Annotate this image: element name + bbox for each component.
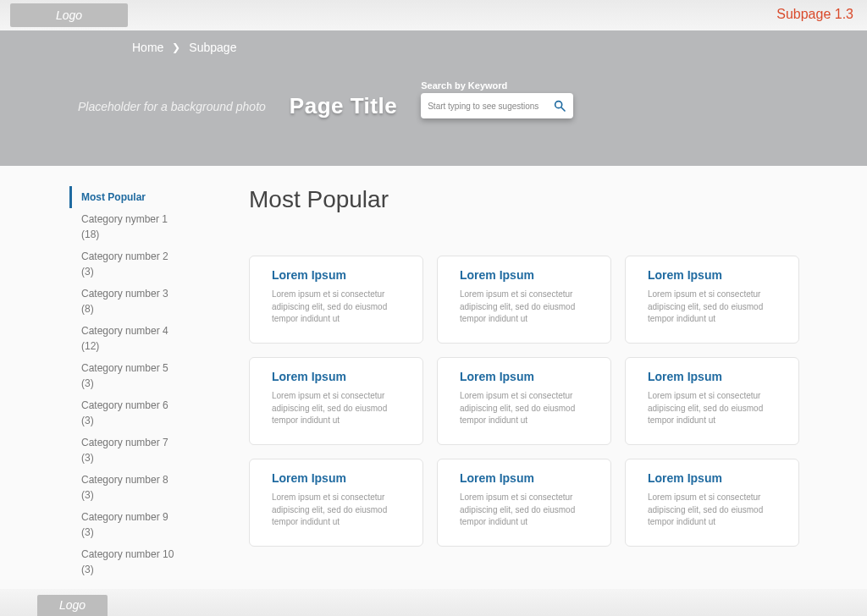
sidebar-item-10[interactable]: Category number 10 (3) [69,543,178,580]
card-body: Lorem ipsum et si consectetur adipiscing… [648,492,783,529]
card-title: Lorem Ipsum [460,471,595,485]
sidebar-item-0[interactable]: Most Popular [69,186,178,208]
card-3[interactable]: Lorem IpsumLorem ipsum et si consectetur… [249,357,423,445]
card-title: Lorem Ipsum [648,268,783,282]
card-7[interactable]: Lorem IpsumLorem ipsum et si consectetur… [437,459,611,547]
card-body: Lorem ipsum et si consectetur adipiscing… [272,492,407,529]
card-body: Lorem ipsum et si consectetur adipiscing… [272,289,407,326]
card-4[interactable]: Lorem IpsumLorem ipsum et si consectetur… [437,357,611,445]
breadcrumb-item-home[interactable]: Home [132,41,163,54]
sidebar-item-9[interactable]: Category number 9 (3) [69,506,178,543]
sidebar-item-3[interactable]: Category number 3 (8) [69,283,178,320]
search-icon[interactable] [553,99,566,113]
topbar: Logo Subpage 1.3 [0,0,867,30]
card-body: Lorem ipsum et si consectetur adipiscing… [460,390,595,427]
card-body: Lorem ipsum et si consectetur adipiscing… [272,390,407,427]
card-body: Lorem ipsum et si consectetur adipiscing… [648,390,783,427]
card-1[interactable]: Lorem IpsumLorem ipsum et si consectetur… [437,256,611,344]
sidebar-item-5[interactable]: Category number 5 (3) [69,357,178,394]
background-photo-placeholder: Placeholder for a background photo [78,100,266,113]
chevron-right-icon: ❯ [172,41,180,53]
card-title: Lorem Ipsum [460,370,595,383]
main: Most PopularCategory nymber 1 (18)Catego… [0,166,867,580]
svg-line-1 [561,107,565,111]
cards-grid: Lorem IpsumLorem ipsum et si consectetur… [249,256,799,547]
card-title: Lorem Ipsum [648,471,783,485]
search-input[interactable] [428,102,553,111]
sidebar-item-2[interactable]: Category number 2 (3) [69,245,178,283]
card-title: Lorem Ipsum [460,268,595,282]
bottombar: Logo [0,589,867,616]
sidebar: Most PopularCategory nymber 1 (18)Catego… [0,186,186,580]
search-label: Search by Keyword [421,80,573,91]
search-group: Search by Keyword [421,80,573,118]
card-5[interactable]: Lorem IpsumLorem ipsum et si consectetur… [625,357,799,445]
card-title: Lorem Ipsum [272,471,407,485]
card-body: Lorem ipsum et si consectetur adipiscing… [460,492,595,529]
page-title: Page Title [290,93,397,119]
logo-top[interactable]: Logo [10,3,128,27]
hero-banner: Home ❯ Subpage Placeholder for a backgro… [0,30,867,166]
logo-bottom[interactable]: Logo [37,595,108,616]
section-title: Most Popular [249,186,799,213]
card-2[interactable]: Lorem IpsumLorem ipsum et si consectetur… [625,256,799,344]
card-8[interactable]: Lorem IpsumLorem ipsum et si consectetur… [625,459,799,547]
sidebar-item-8[interactable]: Category number 8 (3) [69,469,178,506]
breadcrumb-item-subpage[interactable]: Subpage [189,41,236,54]
card-title: Lorem Ipsum [272,268,407,282]
card-title: Lorem Ipsum [648,370,783,383]
card-6[interactable]: Lorem IpsumLorem ipsum et si consectetur… [249,459,423,547]
sidebar-item-7[interactable]: Category number 7 (3) [69,432,178,469]
search-box[interactable] [421,93,573,118]
sidebar-item-6[interactable]: Category number 6 (3) [69,394,178,432]
card-title: Lorem Ipsum [272,370,407,383]
breadcrumb: Home ❯ Subpage [78,39,789,54]
content: Most Popular Lorem IpsumLorem ipsum et s… [186,186,867,580]
card-body: Lorem ipsum et si consectetur adipiscing… [648,289,783,326]
sidebar-item-1[interactable]: Category nymber 1 (18) [69,208,178,245]
card-body: Lorem ipsum et si consectetur adipiscing… [460,289,595,326]
card-0[interactable]: Lorem IpsumLorem ipsum et si consectetur… [249,256,423,344]
subpage-version-label: Subpage 1.3 [776,7,853,22]
sidebar-item-4[interactable]: Category number 4 (12) [69,320,178,357]
